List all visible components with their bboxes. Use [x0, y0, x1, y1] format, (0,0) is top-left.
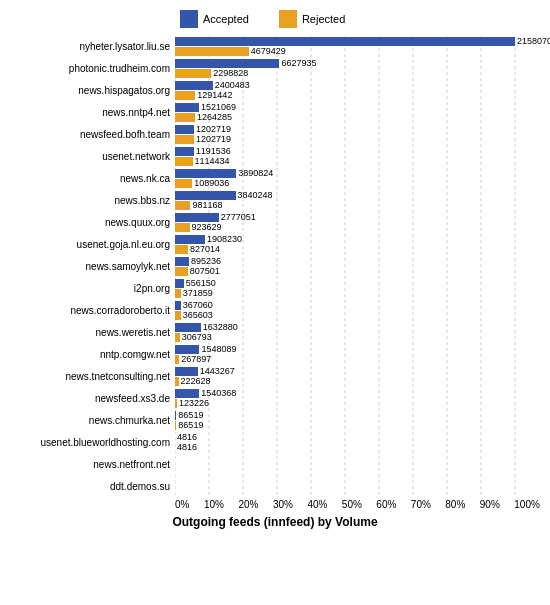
rejected-bar-line: [175, 464, 540, 474]
x-axis-area: 0%10%20%30%40%50%60%70%80%90%100%: [175, 499, 540, 510]
accepted-bar-line: 86519: [175, 410, 540, 420]
bars-wrapper: 215807054679429: [175, 36, 550, 56]
rejected-bar: [175, 91, 195, 100]
rejected-value: 1114434: [195, 156, 230, 166]
bar-group: 11915361114434: [175, 146, 540, 166]
bar-group: 24004831291442: [175, 80, 540, 100]
row-label: news.bbs.nz: [10, 195, 175, 206]
accepted-value: 367060: [183, 300, 213, 310]
accepted-value: 1548089: [201, 344, 236, 354]
accepted-bar: [175, 147, 194, 156]
accepted-bar-line: 1202719: [175, 124, 540, 134]
rejected-bar: [175, 157, 193, 166]
rejected-bar-line: 1089036: [175, 178, 540, 188]
row-label: news.tnetconsulting.net: [10, 371, 175, 382]
rejected-value: 1264285: [197, 112, 232, 122]
bar-group: 3840248981168: [175, 190, 540, 210]
accepted-value: 556150: [186, 278, 216, 288]
rejected-value: 1089036: [194, 178, 229, 188]
rejected-bar-line: 371859: [175, 288, 540, 298]
table-row: nntp.comgw.net1548089267897: [10, 344, 540, 364]
rejected-bar: [175, 201, 190, 210]
accepted-color-box: [180, 10, 198, 28]
x-axis-tick: 0%: [175, 499, 189, 510]
accepted-bar-line: [175, 476, 540, 486]
rejected-value: 923629: [192, 222, 222, 232]
bar-group: 1908230827014: [175, 234, 540, 254]
table-row: usenet.goja.nl.eu.org1908230827014: [10, 234, 540, 254]
rejected-bar: [175, 333, 180, 342]
accepted-value: 1191536: [196, 146, 231, 156]
rejected-value: 123226: [179, 398, 209, 408]
accepted-value: 1202719: [196, 124, 231, 134]
table-row: news.nntp4.net15210691264285: [10, 102, 540, 122]
rejected-bar-line: 923629: [175, 222, 540, 232]
rejected-value: 267897: [181, 354, 211, 364]
x-axis-tick: 40%: [307, 499, 327, 510]
table-row: news.tnetconsulting.net1443267222628: [10, 366, 540, 386]
row-label: ddt.demos.su: [10, 481, 175, 492]
x-axis-tick: 100%: [514, 499, 540, 510]
accepted-bar: [175, 367, 198, 376]
bar-group: [175, 454, 540, 474]
rejected-bar: [175, 245, 188, 254]
rejected-bar-line: 1202719: [175, 134, 540, 144]
accepted-value: 1908230: [207, 234, 242, 244]
rejected-bar-line: 222628: [175, 376, 540, 386]
row-label: news.nk.ca: [10, 173, 175, 184]
accepted-value: 2777051: [221, 212, 256, 222]
bar-group: 38908241089036: [175, 168, 540, 188]
row-label: usenet.network: [10, 151, 175, 162]
rejected-label: Rejected: [302, 13, 345, 25]
rejected-bar-line: 807501: [175, 266, 540, 276]
rejected-bar: [175, 421, 176, 430]
x-axis-tick: 80%: [445, 499, 465, 510]
bars-wrapper: 556150371859: [175, 278, 540, 298]
accepted-bar: [175, 301, 181, 310]
rejected-bar-line: 1114434: [175, 156, 540, 166]
bar-group: 367060365603: [175, 300, 540, 320]
rejected-bar: [175, 69, 211, 78]
bars-wrapper: 2777051923629: [175, 212, 540, 232]
table-row: news.samoylyk.net895236807501: [10, 256, 540, 276]
accepted-value: 1521069: [201, 102, 236, 112]
accepted-bar-line: 3890824: [175, 168, 540, 178]
accepted-bar: [175, 279, 184, 288]
chart-container: Accepted Rejected nyheter.lysator.liu.se…: [0, 0, 550, 605]
accepted-bar: [175, 103, 199, 112]
rejected-bar-line: 123226: [175, 398, 540, 408]
table-row: news.corradoroberto.it367060365603: [10, 300, 540, 320]
rejected-value: 2298828: [213, 68, 248, 78]
chart-title: Outgoing feeds (innfeed) by Volume: [10, 515, 540, 529]
row-label: i2pn.org: [10, 283, 175, 294]
rejected-bar: [175, 311, 181, 320]
accepted-bar-line: 367060: [175, 300, 540, 310]
bars-wrapper: 8651986519: [175, 410, 540, 430]
rejected-bar-line: 86519: [175, 420, 540, 430]
accepted-value: 1540368: [201, 388, 236, 398]
accepted-bar-line: 6627935: [175, 58, 540, 68]
bars-wrapper: 1632880306793: [175, 322, 540, 342]
row-label: news.weretis.net: [10, 327, 175, 338]
accepted-bar: [175, 125, 194, 134]
accepted-bar: [175, 59, 279, 68]
x-axis-tick: 70%: [411, 499, 431, 510]
rejected-value: 306793: [182, 332, 212, 342]
row-label: news.corradoroberto.it: [10, 305, 175, 316]
table-row: news.nk.ca38908241089036: [10, 168, 540, 188]
bars-wrapper: 1540368123226: [175, 388, 540, 408]
row-label: usenet.blueworldhosting.com: [10, 437, 175, 448]
bars-wrapper: 66279352298828: [175, 58, 540, 78]
rejected-value: 4679429: [251, 46, 286, 56]
rejected-bar-line: 827014: [175, 244, 540, 254]
accepted-bar: [175, 345, 199, 354]
bars-wrapper: 15210691264285: [175, 102, 540, 122]
table-row: usenet.network11915361114434: [10, 146, 540, 166]
bars-wrapper: [175, 476, 540, 496]
bar-group: 8651986519: [175, 410, 540, 430]
rejected-bar-line: 2298828: [175, 68, 540, 78]
accepted-bar-line: 21580705: [175, 36, 550, 46]
rejected-bar: [175, 113, 195, 122]
accepted-bar: [175, 169, 236, 178]
table-row: usenet.blueworldhosting.com48164816: [10, 432, 540, 452]
